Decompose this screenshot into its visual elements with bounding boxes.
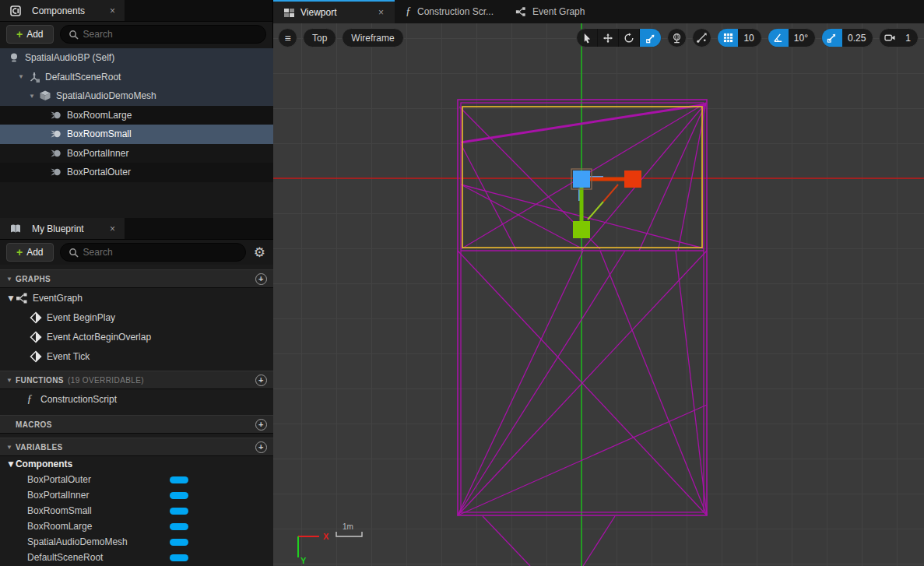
wireframe-scene: X Y 1m	[273, 23, 924, 566]
gear-icon[interactable]: ⚙	[252, 244, 267, 261]
variable-row-defaultsceneroot[interactable]: DefaultSceneRoot	[0, 550, 273, 565]
blueprint-editor-window: Components × + Add	[0, 0, 924, 566]
camera-speed-value: 1	[900, 29, 918, 47]
viewport-canvas[interactable]: X Y 1m ≡ Top Wireframe	[273, 23, 924, 566]
variable-row-spatialaudiodemomesh[interactable]: SpatialAudioDemoMesh	[0, 534, 273, 550]
add-variable-icon[interactable]: +	[255, 441, 267, 453]
tree-row-boxroomlarge[interactable]: BoxRoomLarge	[0, 106, 273, 125]
close-icon[interactable]: ×	[99, 5, 115, 16]
add-blueprint-item-button[interactable]: + Add	[6, 243, 54, 262]
chevron-down-icon[interactable]: ▼	[28, 93, 36, 100]
event-graph-row[interactable]: ▼ EventGraph	[0, 288, 273, 308]
macros-section-header[interactable]: MACROS +	[0, 415, 273, 434]
variable-type-pill[interactable]	[170, 492, 188, 499]
chevron-down-icon[interactable]: ▼	[6, 444, 16, 451]
grid-snap-control[interactable]: 10	[717, 28, 761, 47]
event-graph-icon	[515, 6, 526, 17]
variable-row-boxroomsmall[interactable]: BoxRoomSmall	[0, 503, 273, 519]
function-icon: ƒ	[23, 393, 36, 406]
viewport-toolbar-right: 10 10°	[576, 28, 919, 47]
add-graph-icon[interactable]: +	[255, 273, 267, 285]
variable-label: SpatialAudioDemoMesh	[27, 536, 128, 547]
functions-section-header[interactable]: ▼ FUNCTIONS (19 OVERRIDABLE) +	[0, 371, 273, 389]
viewport-tabbar: Viewport × ƒ Construction Scr... Event G…	[273, 0, 924, 23]
view-mode-button[interactable]: Top	[303, 28, 336, 47]
viewport-toolbar-left: ≡ Top Wireframe	[278, 28, 404, 47]
variables-category-components[interactable]: ▼ Components	[0, 456, 273, 472]
event-beginplay-row[interactable]: Event BeginPlay	[0, 308, 273, 327]
chevron-down-icon[interactable]: ▼	[6, 293, 16, 304]
tab-label: Construction Scr...	[417, 6, 494, 17]
viewport-area: Viewport × ƒ Construction Scr... Event G…	[273, 0, 924, 566]
scale-snap-control[interactable]: 0.25	[821, 28, 873, 47]
tab-label: Event Graph	[532, 6, 585, 17]
tree-row-boxroomsmall-selected[interactable]: BoxRoomSmall	[0, 125, 273, 144]
rotate-tool-button[interactable]	[619, 29, 640, 47]
surface-snapping-icon	[696, 32, 708, 44]
function-label: ConstructionScript	[40, 394, 117, 405]
move-tool-button[interactable]	[598, 29, 619, 47]
scale-tool-button[interactable]	[640, 29, 661, 47]
tree-row-spatialaudiodemomesh[interactable]: ▼ SpatialAudioDemoMesh	[0, 86, 273, 106]
tab-components[interactable]: Components ×	[0, 0, 125, 21]
close-icon[interactable]: ×	[367, 7, 384, 18]
constructionscript-row[interactable]: ƒ ConstructionScript	[0, 389, 273, 409]
chevron-down-icon[interactable]: ▼	[6, 377, 16, 384]
components-search[interactable]	[60, 25, 266, 44]
tree-row-spatialaudiobp[interactable]: SpatialAudioBP (Self)	[0, 48, 273, 68]
variable-row-boxroomlarge[interactable]: BoxRoomLarge	[0, 519, 273, 534]
audio-component-icon	[50, 128, 62, 140]
components-search-input[interactable]	[83, 29, 258, 40]
tab-viewport[interactable]: Viewport ×	[273, 0, 395, 23]
variable-row-boxportalinner[interactable]: BoxPortalInner	[0, 487, 273, 503]
world-space-toggle-button[interactable]	[667, 28, 687, 47]
search-icon	[69, 30, 79, 40]
graphs-section-header[interactable]: ▼ GRAPHS +	[0, 269, 273, 288]
my-blueprint-search-input[interactable]	[83, 247, 237, 258]
variable-type-pill[interactable]	[170, 508, 188, 515]
transform-tools-group	[576, 28, 662, 47]
rotation-snap-control[interactable]: 10°	[768, 28, 816, 47]
event-graph-label: EventGraph	[33, 293, 83, 304]
tree-row-defaultsceneroot[interactable]: ▼ DefaultSceneRoot	[0, 68, 273, 87]
scene-root-icon	[28, 71, 40, 83]
plus-icon: +	[16, 246, 23, 258]
render-mode-button[interactable]: Wireframe	[342, 28, 403, 47]
surface-snapping-button[interactable]	[692, 28, 711, 47]
hamburger-icon: ≡	[284, 32, 290, 44]
tab-construction-script[interactable]: ƒ Construction Scr...	[395, 0, 504, 23]
event-tick-row[interactable]: Event Tick	[0, 346, 273, 366]
tree-label: SpatialAudioBP (Self)	[25, 52, 114, 63]
chevron-down-icon[interactable]: ▼	[6, 459, 16, 469]
variable-row-boxportalouter[interactable]: BoxPortalOuter	[0, 472, 273, 487]
add-component-button[interactable]: + Add	[6, 25, 54, 44]
tree-row-boxportalinner[interactable]: BoxPortalInner	[0, 144, 273, 163]
variable-type-pill[interactable]	[170, 554, 188, 561]
variable-type-pill[interactable]	[170, 523, 188, 530]
close-icon[interactable]: ×	[99, 223, 115, 234]
rotation-snap-value: 10°	[789, 29, 815, 47]
variables-section-header[interactable]: ▼ VARIABLES +	[0, 438, 273, 456]
tab-my-blueprint[interactable]: My Blueprint ×	[0, 218, 125, 239]
chevron-down-icon[interactable]: ▼	[17, 73, 25, 80]
my-blueprint-search[interactable]	[60, 243, 246, 262]
viewport-options-button[interactable]: ≡	[278, 28, 297, 47]
variable-type-pill[interactable]	[170, 539, 188, 546]
function-icon: ƒ	[406, 5, 411, 18]
chevron-down-icon[interactable]: ▼	[6, 276, 16, 283]
add-function-icon[interactable]: +	[255, 374, 267, 386]
tab-event-graph[interactable]: Event Graph	[504, 0, 596, 23]
camera-speed-control[interactable]: 1	[879, 28, 919, 47]
add-macro-icon[interactable]: +	[255, 419, 267, 431]
actor-icon	[8, 51, 20, 64]
tree-row-boxportalouter[interactable]: BoxPortalOuter	[0, 163, 273, 182]
my-blueprint-tabbar: My Blueprint ×	[0, 218, 273, 240]
variable-label: BoxRoomLarge	[27, 521, 92, 532]
variable-type-pill[interactable]	[170, 476, 188, 483]
components-tabbar: Components ×	[0, 0, 272, 22]
select-tool-button[interactable]	[577, 29, 598, 47]
scale-gizmo	[571, 169, 641, 238]
components-toolbar: + Add	[0, 22, 272, 47]
render-mode-label: Wireframe	[351, 33, 394, 44]
event-actorbeginoverlap-row[interactable]: Event ActorBeginOverlap	[0, 327, 273, 346]
